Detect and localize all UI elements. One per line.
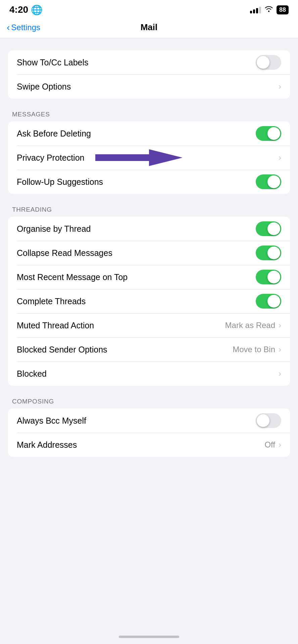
composing-section: COMPOSING Always Bcc Myself Mark Address… [0,398,298,457]
row-right: › [279,369,281,378]
list-item[interactable]: Collapse Read Messages [8,241,290,265]
chevron-right-icon: › [279,345,281,354]
signal-icon [250,6,261,13]
list-item[interactable]: Blocked Sender Options Move to Bin › [8,337,290,362]
toggle-knob [267,175,280,188]
toggle-knob [257,414,269,427]
row-right: › [279,153,281,162]
row-label-most-recent: Most Recent Message on Top [17,272,128,282]
battery-indicator: 88 [277,5,289,14]
row-label-collapse-read: Collapse Read Messages [17,248,112,258]
list-item[interactable]: Blocked › [8,362,290,386]
chevron-right-icon: › [279,440,281,449]
organise-thread-toggle[interactable] [256,221,281,236]
list-item[interactable]: Organise by Thread [8,217,290,241]
chevron-right-icon: › [279,321,281,330]
show-tocc-toggle[interactable] [256,55,281,70]
collapse-read-toggle[interactable] [256,246,281,260]
toggle-knob [267,222,280,235]
messages-card: Ask Before Deleting Privacy Protection › [8,121,290,194]
chevron-right-icon: › [279,82,281,91]
row-label-ask-delete: Ask Before Deleting [17,129,91,139]
toggle-knob [267,271,280,283]
most-recent-toggle[interactable] [256,270,281,284]
toggle-knob [257,56,269,69]
signal-bar-3 [256,8,258,13]
always-bcc-toggle[interactable] [256,413,281,428]
globe-icon: 🌐 [31,4,43,15]
list-item[interactable]: Ask Before Deleting [8,121,290,146]
list-item[interactable]: Show To/Cc Labels [8,50,290,74]
toggle-knob [267,127,280,140]
row-label-show-tocc: Show To/Cc Labels [17,58,89,67]
battery-level: 88 [279,6,286,13]
top-card: Show To/Cc Labels Swipe Options › [8,50,290,99]
page-title: Mail [141,22,158,33]
status-time-group: 4:20 🌐 [9,4,43,15]
back-label: Settings [11,23,40,32]
list-item[interactable]: Privacy Protection › [8,146,290,170]
settings-content: Show To/Cc Labels Swipe Options › MESSAG… [0,50,298,470]
list-item[interactable]: Follow-Up Suggestions [8,170,290,194]
mark-addresses-value: Off [264,440,275,449]
followup-suggestions-toggle[interactable] [256,174,281,189]
row-label-swipe: Swipe Options [17,82,71,92]
top-card-group: Show To/Cc Labels Swipe Options › [0,50,298,99]
blocked-sender-value: Move to Bin [233,345,275,354]
complete-threads-toggle[interactable] [256,294,281,309]
list-item[interactable]: Always Bcc Myself [8,409,290,433]
navigation-bar: ‹ Settings Mail [0,18,298,38]
threading-card: Organise by Thread Collapse Read Message… [8,217,290,386]
signal-bar-2 [253,9,255,13]
list-item[interactable]: Muted Thread Action Mark as Read › [8,313,290,337]
row-label-complete-threads: Complete Threads [17,297,86,306]
row-label-always-bcc: Always Bcc Myself [17,416,86,426]
row-label-privacy: Privacy Protection [17,153,84,163]
threading-section: THREADING Organise by Thread Collapse Re… [0,206,298,386]
row-label-mark-addresses: Mark Addresses [17,440,77,450]
list-item[interactable]: Most Recent Message on Top [8,265,290,289]
list-item[interactable]: Complete Threads [8,289,290,313]
svg-marker-0 [95,149,183,166]
back-button[interactable]: ‹ Settings [7,22,40,33]
row-right: Mark as Read › [225,321,281,330]
wifi-icon [264,5,273,14]
back-chevron-icon: ‹ [7,22,10,33]
row-label-blocked: Blocked [17,369,47,379]
signal-bar-4 [259,7,261,13]
row-label-muted-thread: Muted Thread Action [17,321,94,330]
row-right: Off › [264,440,281,449]
row-label-blocked-sender: Blocked Sender Options [17,345,107,355]
list-item[interactable]: Swipe Options › [8,74,290,99]
row-right: Move to Bin › [233,345,281,354]
messages-section: MESSAGES Ask Before Deleting Privacy Pro… [0,111,298,194]
messages-section-header: MESSAGES [0,111,298,121]
muted-thread-value: Mark as Read [225,321,275,330]
home-indicator [119,636,179,638]
signal-bar-1 [250,11,252,13]
status-time: 4:20 [9,4,28,15]
arrow-annotation [89,148,183,168]
status-right: 88 [250,5,289,14]
row-label-followup: Follow-Up Suggestions [17,177,103,187]
row-label-organise-thread: Organise by Thread [17,224,91,234]
composing-section-header: COMPOSING [0,398,298,409]
status-bar: 4:20 🌐 88 [0,0,298,18]
threading-section-header: THREADING [0,206,298,217]
list-item[interactable]: Mark Addresses Off › [8,433,290,457]
row-right: › [279,82,281,91]
chevron-right-icon: › [279,153,281,162]
ask-before-deleting-toggle[interactable] [256,126,281,141]
composing-card: Always Bcc Myself Mark Addresses Off › [8,409,290,457]
toggle-knob [267,295,280,308]
chevron-right-icon: › [279,369,281,378]
toggle-knob [267,247,280,259]
